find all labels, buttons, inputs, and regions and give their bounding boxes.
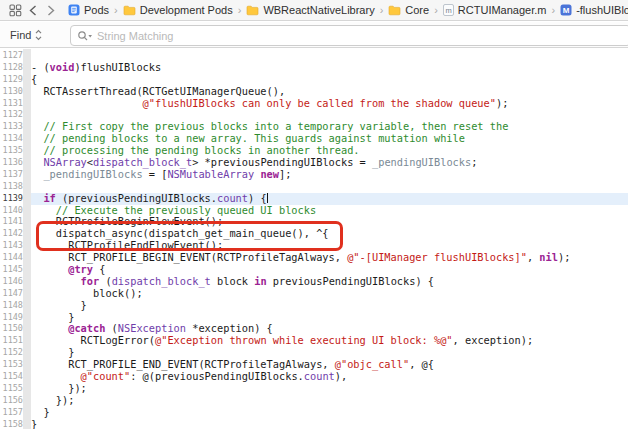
line-number[interactable]: 1144	[0, 252, 23, 264]
chevron-left-icon	[29, 5, 37, 16]
svg-text:m: m	[445, 6, 451, 15]
line-number[interactable]: 1129	[0, 74, 23, 86]
line-number[interactable]: 1130	[0, 86, 23, 98]
breadcrumb: Pods › Development Pods › WBReactNativeL…	[68, 4, 628, 16]
back-button[interactable]	[24, 1, 42, 19]
line-number[interactable]: 1155	[0, 383, 23, 395]
line-number[interactable]: 1158	[0, 419, 23, 429]
line-number[interactable]: 1135	[0, 145, 23, 157]
line-number[interactable]: 1154	[0, 371, 23, 383]
xcode-editor-window: Pods › Development Pods › WBReactNativeL…	[0, 0, 628, 429]
project-icon	[68, 4, 80, 16]
line-number[interactable]: 1137	[0, 169, 23, 181]
breadcrumb-separator: ›	[434, 4, 438, 16]
line-number[interactable]: 1145	[0, 264, 23, 276]
jump-bar: Pods › Development Pods › WBReactNativeL…	[0, 0, 628, 21]
code-line[interactable]: RCTLogError(@"Exception thrown while exe…	[31, 335, 628, 347]
code-line[interactable]: @"count": @(previousPendingUIBlocks.coun…	[31, 371, 628, 383]
line-number[interactable]: 1127	[0, 50, 23, 62]
file-m-icon: m	[443, 4, 454, 16]
chevron-right-icon	[47, 5, 55, 16]
find-mode-dropdown[interactable]	[35, 29, 42, 41]
code-line[interactable]: _pendingUIBlocks = [NSMutableArray new];	[31, 169, 628, 181]
line-number[interactable]: 1136	[0, 157, 23, 169]
related-items-icon	[9, 4, 22, 17]
line-number[interactable]: 1138	[0, 181, 23, 193]
line-number[interactable]: 1142	[0, 228, 23, 240]
folder-icon	[123, 5, 136, 16]
line-number[interactable]: 1157	[0, 407, 23, 419]
focus-ribbon	[23, 49, 31, 429]
line-number[interactable]: 1149	[0, 312, 23, 324]
line-number[interactable]: 1150	[0, 323, 23, 335]
line-number[interactable]: 1140	[0, 205, 23, 217]
breadcrumb-label: Pods	[84, 4, 109, 16]
code-line[interactable]: }	[31, 300, 628, 312]
line-number[interactable]: 1146	[0, 276, 23, 288]
line-number[interactable]: 1151	[0, 335, 23, 347]
stepper-chevrons-icon	[35, 29, 42, 41]
code-line[interactable]: RCT_PROFILE_BEGIN_EVENT(RCTProfileTagAlw…	[31, 252, 628, 264]
breadcrumb-item-wbreactnativelibrary[interactable]: WBReactNativeLibrary	[246, 4, 374, 16]
code-lines[interactable]: - (void)flushUIBlocks{ RCTAssertThread(R…	[31, 50, 628, 429]
find-bar: Find	[0, 22, 628, 48]
breadcrumb-label: Development Pods	[140, 4, 233, 16]
line-number[interactable]: 1133	[0, 121, 23, 133]
search-input[interactable]	[93, 30, 628, 42]
line-number[interactable]: 1134	[0, 133, 23, 145]
forward-button[interactable]	[42, 1, 60, 19]
line-number[interactable]: 1152	[0, 347, 23, 359]
code-line[interactable]: }	[31, 419, 628, 429]
line-number[interactable]: 1147	[0, 288, 23, 300]
find-mode-label: Find	[10, 29, 31, 41]
code-line[interactable]: });	[31, 395, 628, 407]
code-line[interactable]: - (void)flushUIBlocks	[31, 62, 628, 74]
breadcrumb-label: Core	[405, 4, 429, 16]
breadcrumb-item-development-pods[interactable]: Development Pods	[123, 4, 233, 16]
breadcrumb-label: WBReactNativeLibrary	[263, 4, 374, 16]
line-number[interactable]: 1128	[0, 62, 23, 74]
code-line[interactable]: });	[31, 383, 628, 395]
breadcrumb-label: -flushUIBlocks	[576, 4, 628, 16]
breadcrumb-separator: ›	[551, 4, 555, 16]
breadcrumb-separator: ›	[114, 4, 118, 16]
text-cursor	[267, 193, 268, 203]
code-line[interactable]: block();	[31, 288, 628, 300]
code-line[interactable]: @"flushUIBlocks can only be called from …	[31, 98, 628, 110]
search-field[interactable]	[70, 25, 628, 46]
breadcrumb-label: RCTUIManager.m	[458, 4, 547, 16]
line-number[interactable]: 1156	[0, 395, 23, 407]
method-m-icon: M	[560, 4, 572, 16]
folder-icon	[246, 5, 259, 16]
line-number[interactable]: 1148	[0, 300, 23, 312]
breadcrumb-item-pods[interactable]: Pods	[68, 4, 109, 16]
line-number[interactable]: 1132	[0, 109, 23, 121]
folder-icon	[388, 5, 401, 16]
line-number[interactable]: 1139	[0, 193, 23, 205]
svg-text:M: M	[563, 6, 570, 15]
breadcrumb-item-core[interactable]: Core	[388, 4, 429, 16]
search-icon[interactable]	[77, 30, 93, 42]
line-number-gutter[interactable]: 1127112811291130113111321133113411351136…	[0, 50, 23, 429]
breadcrumb-item-flushuiblocks-method[interactable]: M -flushUIBlocks	[560, 4, 628, 16]
breadcrumb-item-rctuimanager-file[interactable]: m RCTUIManager.m	[443, 4, 547, 16]
code-line[interactable]: }	[31, 407, 628, 419]
breadcrumb-separator: ›	[238, 4, 242, 16]
line-number[interactable]: 1143	[0, 240, 23, 252]
breadcrumb-separator: ›	[380, 4, 384, 16]
related-items-button[interactable]	[6, 1, 24, 19]
source-editor[interactable]: 1127112811291130113111321133113411351136…	[0, 49, 628, 429]
line-number[interactable]: 1153	[0, 359, 23, 371]
line-number[interactable]: 1141	[0, 216, 23, 228]
line-number[interactable]: 1131	[0, 98, 23, 110]
